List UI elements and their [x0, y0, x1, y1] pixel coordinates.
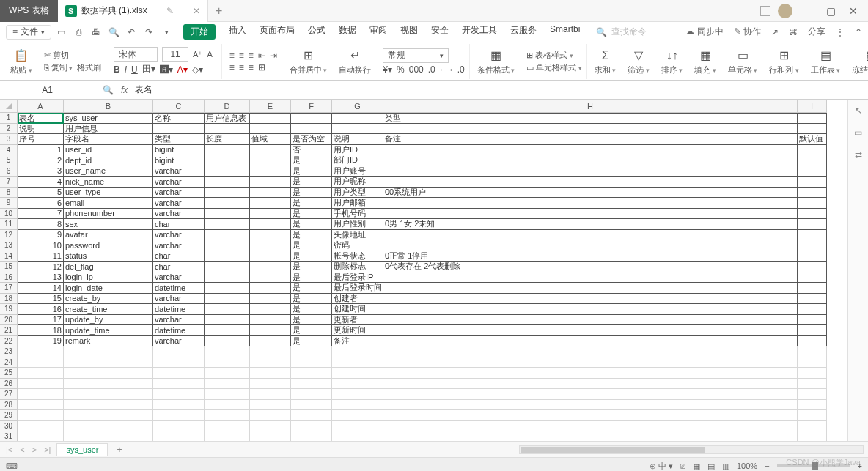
cell[interactable]	[383, 304, 798, 315]
cell[interactable]	[798, 294, 827, 305]
row-header[interactable]: 21	[0, 325, 18, 336]
cell[interactable]	[332, 421, 383, 432]
row-header[interactable]: 12	[0, 230, 18, 241]
cell[interactable]: varchar	[153, 336, 205, 347]
spreadsheet[interactable]: ABCDEFGHI 123456789101112131415161718192…	[0, 100, 868, 441]
close-tab-icon[interactable]: ✕	[193, 6, 200, 16]
row-header[interactable]: 7	[0, 177, 18, 188]
cell[interactable]: password	[64, 240, 153, 251]
row-header[interactable]: 14	[0, 251, 18, 262]
justify-icon[interactable]: ⊞	[258, 62, 265, 73]
cell[interactable]	[291, 113, 332, 124]
cell[interactable]: 是	[291, 230, 332, 241]
cell[interactable]: bigint	[153, 145, 205, 156]
cell[interactable]	[205, 357, 250, 368]
minimize-button[interactable]: —	[800, 5, 816, 17]
cond-format-button[interactable]: ▦条件格式	[473, 48, 520, 75]
cell[interactable]	[64, 389, 153, 400]
collaborate-button[interactable]: ✎ 协作	[734, 26, 761, 38]
cell[interactable]	[332, 410, 383, 421]
cell[interactable]: 用户昵称	[332, 177, 383, 188]
cell[interactable]	[250, 272, 291, 283]
row-header[interactable]: 24	[0, 357, 18, 368]
formula-input[interactable]: 表名	[135, 84, 152, 96]
cell[interactable]	[64, 357, 153, 368]
cell[interactable]	[250, 124, 291, 135]
cell[interactable]: 是	[291, 251, 332, 262]
cell[interactable]	[250, 336, 291, 347]
cell[interactable]: 17	[18, 315, 64, 326]
cell[interactable]: 表名	[18, 113, 64, 124]
col-header-A[interactable]: A	[18, 100, 64, 113]
cell[interactable]	[250, 177, 291, 188]
cell[interactable]: 是	[291, 336, 332, 347]
tab-开始[interactable]: 开始	[183, 24, 216, 40]
cell[interactable]	[798, 209, 827, 220]
row-header[interactable]: 15	[0, 262, 18, 272]
cell[interactable]: 是	[291, 198, 332, 209]
number-format-select[interactable]: 常规▾	[383, 48, 449, 63]
cell[interactable]	[291, 357, 332, 368]
cell[interactable]: char	[153, 219, 205, 230]
tab-插入[interactable]: 插入	[229, 24, 246, 40]
cell[interactable]	[205, 304, 250, 315]
cell[interactable]: 用户邮箱	[332, 198, 383, 209]
cell[interactable]	[205, 240, 250, 251]
grid-icon[interactable]	[760, 6, 770, 16]
search-fn-icon[interactable]: 🔍	[103, 85, 114, 95]
row-header[interactable]: 23	[0, 346, 18, 357]
cell[interactable]	[798, 410, 827, 421]
cell[interactable]: datetime	[153, 283, 205, 294]
cell[interactable]	[798, 230, 827, 241]
font-size-select[interactable]: 11	[162, 47, 188, 62]
cell[interactable]: update_time	[64, 325, 153, 336]
increase-font-icon[interactable]: A⁺	[193, 50, 202, 59]
cell[interactable]: 帐号状态	[332, 251, 383, 262]
row-header[interactable]: 16	[0, 272, 18, 283]
cell[interactable]: 是	[291, 294, 332, 305]
cell[interactable]: 创建者	[332, 294, 383, 305]
command-search[interactable]: 🔍 查找命令	[596, 26, 647, 38]
col-header-E[interactable]: E	[250, 100, 291, 113]
cell[interactable]	[332, 346, 383, 357]
cell[interactable]: varchar	[153, 240, 205, 251]
cell[interactable]	[291, 346, 332, 357]
cell[interactable]	[64, 410, 153, 421]
font-select[interactable]: 宋体	[114, 47, 158, 62]
col-header-B[interactable]: B	[64, 100, 153, 113]
cell[interactable]	[250, 400, 291, 411]
cell[interactable]	[205, 283, 250, 294]
cell[interactable]: varchar	[153, 209, 205, 220]
col-header-F[interactable]: F	[291, 100, 332, 113]
cell[interactable]: 5	[18, 188, 64, 199]
align-center-icon[interactable]: ≡	[239, 62, 244, 73]
cell[interactable]	[250, 357, 291, 368]
cell[interactable]: create_time	[64, 304, 153, 315]
cell[interactable]: 12	[18, 262, 64, 272]
font-color-button[interactable]: A▾	[177, 64, 188, 75]
cell[interactable]	[291, 124, 332, 135]
cell[interactable]	[205, 198, 250, 209]
file-menu[interactable]: ≡文件▾	[6, 25, 51, 40]
tab-公式[interactable]: 公式	[308, 24, 326, 40]
row-header[interactable]: 13	[0, 240, 18, 251]
col-header-G[interactable]: G	[332, 100, 383, 113]
filter-button[interactable]: ▽筛选	[623, 48, 654, 75]
cell[interactable]	[205, 336, 250, 347]
cell[interactable]: user_id	[64, 145, 153, 156]
cell[interactable]	[205, 124, 250, 135]
cell[interactable]	[64, 421, 153, 432]
cell[interactable]	[205, 209, 250, 220]
cell[interactable]	[205, 145, 250, 156]
cell[interactable]	[250, 346, 291, 357]
cell[interactable]	[383, 209, 798, 220]
cell[interactable]	[798, 400, 827, 411]
tab-视图[interactable]: 视图	[400, 24, 418, 40]
cell[interactable]	[332, 400, 383, 411]
row-header[interactable]: 3	[0, 134, 18, 145]
settings-tool-icon[interactable]: ⇄	[848, 144, 868, 166]
cell[interactable]	[332, 357, 383, 368]
cell[interactable]	[332, 368, 383, 379]
cell[interactable]: 更新者	[332, 315, 383, 326]
fx-icon[interactable]: fx	[121, 85, 128, 95]
